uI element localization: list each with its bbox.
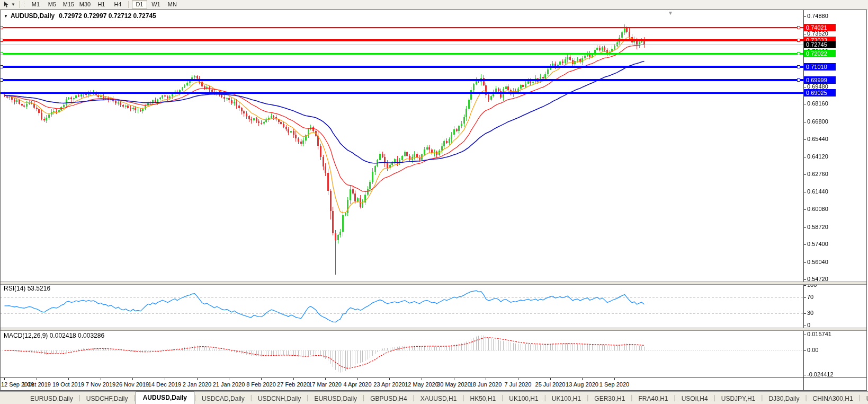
date-tick-label: 25 Jul 2020: [535, 381, 566, 388]
cursor-tool-icon[interactable]: [2, 1, 11, 8]
tab-separator: |: [859, 394, 861, 401]
line-anchor-right[interactable]: [797, 52, 800, 55]
horizontal-level-line[interactable]: [0, 66, 803, 68]
price-tick-label: 0.58720: [807, 224, 828, 230]
chart-tab-gbpusd-h4[interactable]: GBPUSD,H4: [364, 394, 413, 404]
line-anchor-left[interactable]: [0, 78, 3, 82]
rsi-indicator-canvas[interactable]: [0, 283, 803, 328]
line-anchor-left[interactable]: [0, 52, 3, 55]
chart-tab-usdcad-daily[interactable]: USDCAD,Daily: [196, 394, 250, 404]
collapse-triangle-icon[interactable]: ▼: [4, 14, 8, 19]
horizontal-level-line[interactable]: [0, 27, 803, 28]
chart-tab-usoil-h1[interactable]: USOil,H1: [861, 394, 868, 404]
line-anchor-right[interactable]: [797, 65, 800, 68]
chart-tab-fra40-h1[interactable]: FRA40,H1: [632, 394, 674, 404]
tab-separator: |: [714, 394, 715, 401]
line-anchor-left[interactable]: [0, 39, 3, 42]
chart-tab-dj30-daily[interactable]: DJ30,Daily: [763, 394, 805, 404]
tab-separator: |: [79, 394, 80, 401]
timeframe-button-mn[interactable]: MN: [165, 0, 180, 9]
price-tick-label: 0.68160: [807, 100, 828, 107]
date-tick-mark: [4, 378, 5, 380]
date-tick-mark: [422, 378, 422, 380]
chart-title: ▼AUDUSD,Daily0.72972 0.72997 0.72712 0.7…: [4, 12, 156, 20]
macd-label: MACD(12,26,9) 0.002418 0.003286: [4, 332, 104, 339]
date-tick-mark: [389, 378, 390, 380]
time-axis-border: [1, 377, 867, 378]
chart-shift-marker-icon[interactable]: ▼: [668, 10, 673, 16]
tab-separator: |: [134, 394, 136, 401]
date-tick-mark: [614, 378, 615, 380]
macd-tick-label: 0.015741: [807, 331, 831, 337]
tab-separator: |: [462, 394, 464, 401]
timeframe-button-w1[interactable]: W1: [148, 0, 164, 9]
date-tick-mark: [101, 378, 101, 380]
price-tick-label: 0.56040: [807, 259, 828, 265]
line-anchor-right[interactable]: [797, 39, 800, 42]
date-tick-label: 4 Apr 2020: [343, 381, 371, 388]
pane-separator-main-rsi[interactable]: [1, 282, 867, 285]
chart-tab-audusd-daily[interactable]: AUDUSD,Daily: [136, 391, 194, 404]
date-tick-label: 23 Apr 2020: [373, 381, 405, 388]
horizontal-level-line[interactable]: [0, 39, 803, 41]
chart-tab-hk50-h1[interactable]: HK50,H1: [464, 394, 502, 404]
date-tick-label: 14 Dec 2019: [148, 381, 181, 388]
date-tick-label: 18 Jun 2020: [470, 381, 502, 388]
timeframe-buttons: M1M5M15M30H1H4D1W1MN: [28, 0, 181, 9]
date-tick-mark: [261, 378, 262, 380]
macd-tick-label: 0.00: [807, 347, 818, 353]
chart-tab-usdcnh-daily[interactable]: USDCNH,Daily: [252, 394, 307, 404]
date-tick-label: 7 Nov 2019: [86, 381, 115, 388]
chart-tab-uk100-h1[interactable]: UK100,H1: [546, 394, 587, 404]
date-tick-mark: [165, 378, 165, 380]
chart-tab-ger30-h1[interactable]: GER30,H1: [588, 394, 631, 404]
timeframe-button-m1[interactable]: M1: [28, 0, 43, 9]
timeframe-button-m15[interactable]: M15: [61, 0, 76, 9]
chevron-down-icon[interactable]: ▼: [11, 2, 15, 7]
timeframe-button-h1[interactable]: H1: [94, 0, 109, 9]
date-tick-mark: [37, 378, 37, 380]
macd-indicator-canvas[interactable]: [0, 330, 803, 377]
chart-tab-xauusd-h1[interactable]: XAUUSD,H1: [415, 394, 463, 404]
tab-separator: |: [631, 394, 632, 401]
rsi-tick-label: 70: [807, 294, 813, 300]
pane-separator-rsi-macd[interactable]: [1, 328, 867, 331]
chart-tab-usdjpy-h1[interactable]: USDJPY,H1: [715, 394, 761, 404]
date-tick-label: 12 May 2020: [405, 381, 439, 388]
date-tick-label: 19 Oct 2019: [52, 381, 84, 388]
toolbar-grip-handle[interactable]: [23, 1, 25, 8]
date-tick-mark: [197, 378, 198, 380]
chart-tab-eurusd-daily[interactable]: EURUSD,Daily: [308, 394, 363, 404]
date-tick-mark: [550, 378, 551, 380]
chart-tab-usdchf-daily[interactable]: USDCHF,Daily: [80, 394, 134, 404]
date-tick-mark: [518, 378, 518, 380]
date-tick-mark: [582, 378, 583, 380]
horizontal-level-line[interactable]: [0, 79, 803, 81]
timeframe-button-h4[interactable]: H4: [110, 0, 126, 9]
horizontal-level-line[interactable]: [0, 92, 803, 94]
price-level-badge: 0.69025: [804, 89, 836, 96]
horizontal-level-line[interactable]: [0, 53, 803, 55]
price-level-badge: 0.74021: [804, 24, 836, 31]
tab-separator: |: [805, 394, 807, 401]
timeframe-button-m5[interactable]: M5: [44, 0, 60, 9]
chart-tab-china300-h1[interactable]: CHINA300,H1: [807, 394, 859, 404]
macd-tick-label: -0.024412: [807, 371, 834, 377]
line-anchor-right[interactable]: [797, 26, 800, 29]
date-tick-label: 30 May 2020: [437, 381, 471, 388]
tab-separator: |: [587, 394, 588, 401]
line-anchor-left[interactable]: [0, 26, 3, 29]
toolbar-separator: [128, 1, 129, 8]
chart-tab-usoil-h4[interactable]: USOil,H4: [676, 394, 714, 404]
tab-separator: |: [674, 394, 676, 401]
date-tick-label: 8 Feb 2020: [246, 381, 276, 388]
timeframe-button-m30[interactable]: M30: [77, 0, 93, 9]
price-tick-label: 0.62760: [807, 171, 828, 177]
main-chart-canvas[interactable]: [0, 10, 803, 282]
chart-tab-eurusd-daily[interactable]: EURUSD,Daily: [24, 394, 79, 404]
chart-tab-uk100-h1[interactable]: UK100,H1: [503, 394, 544, 404]
line-anchor-right[interactable]: [797, 78, 800, 82]
timeframe-button-d1[interactable]: D1: [132, 0, 147, 9]
date-tick-label: 13 Aug 2020: [566, 381, 598, 388]
line-anchor-left[interactable]: [0, 65, 3, 68]
